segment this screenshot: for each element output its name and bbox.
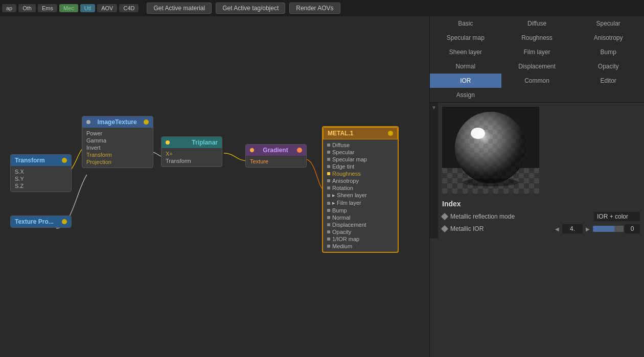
- tab-bump[interactable]: Bump: [572, 45, 644, 59]
- prop-arrow-left-ior[interactable]: ◀: [553, 225, 561, 233]
- tab-normal[interactable]: Normal: [430, 59, 501, 74]
- triplanar-title: Triplanar: [192, 139, 218, 146]
- image-texture-title: ImageTexture: [97, 118, 136, 126]
- tab-empty-1: [501, 88, 573, 102]
- metal-edge-tint-port: [327, 165, 330, 168]
- tab-film-layer[interactable]: Film layer: [501, 45, 573, 59]
- metal-node-header: METAL.1: [323, 127, 398, 139]
- triplanar-header: Triplanar: [162, 137, 222, 148]
- metal-bump-port: [327, 209, 330, 212]
- metal-diffuse: Diffuse: [327, 141, 394, 149]
- tab-opacity[interactable]: Opacity: [572, 59, 644, 74]
- tab-mec[interactable]: Mec: [59, 4, 78, 12]
- transform-node-body: S.X S.Y S.Z: [11, 166, 71, 192]
- render-aovs-button[interactable]: Render AOVs: [289, 3, 340, 14]
- metal-medium: Medium: [327, 243, 394, 250]
- prop-slider-ior[interactable]: [593, 226, 624, 232]
- tab-oth[interactable]: Oth: [18, 4, 36, 12]
- transform-node-title: Transform: [15, 157, 45, 164]
- prop-value-reflection-text[interactable]: IOR + color: [594, 212, 640, 221]
- image-texture-input-port: [86, 120, 90, 124]
- gradient-title: Gradient: [263, 147, 288, 154]
- svg-point-13: [471, 128, 485, 139]
- prop-arrow-right-ior[interactable]: ▶: [584, 225, 592, 233]
- get-active-tag-button[interactable]: Get Active tag/object: [216, 3, 285, 14]
- metal-roughness: Roughness: [327, 170, 394, 177]
- triplanar-body: X+ Transform: [162, 148, 222, 166]
- image-texture-output-port: [144, 120, 149, 125]
- properties-area: Index Metallic reflection mode IOR + col…: [438, 198, 644, 239]
- texture-pro-node-title: Texture Pro...: [15, 218, 54, 225]
- tab-c4d[interactable]: C4D: [119, 4, 139, 12]
- metal-sheen-port: [327, 194, 330, 197]
- tab-specular[interactable]: Specular: [572, 16, 644, 31]
- prop-row-ior: Metallic IOR ◀ 4. ▶ 0: [442, 224, 640, 233]
- triplanar-xplus-row: X+: [166, 150, 218, 157]
- metal-film-layer: ▸ Film layer: [327, 199, 394, 207]
- transform-row-sz: S.Z: [15, 182, 67, 189]
- tab-ems[interactable]: Ems: [38, 4, 57, 12]
- tab-ap[interactable]: ap: [2, 4, 16, 12]
- tab-roughness[interactable]: Roughness: [501, 31, 573, 45]
- transform-node[interactable]: Transform S.X S.Y S.Z: [10, 154, 72, 192]
- get-active-material-button[interactable]: Get Active material: [147, 3, 212, 14]
- tab-displacement[interactable]: Displacement: [501, 59, 573, 74]
- gradient-node[interactable]: Gradient Texture: [245, 144, 307, 168]
- toolbar: ap Oth Ems Mec Utl AOV C4D Get Active ma…: [0, 0, 644, 16]
- tab-aov[interactable]: AOV: [97, 4, 117, 12]
- it-transform-row: Transform: [86, 151, 149, 158]
- tab-basic[interactable]: Basic: [430, 16, 501, 31]
- metal-node-body: Diffuse Specular Specular map Edge tint …: [323, 139, 398, 252]
- panel-scroll-indicator[interactable]: ▼: [430, 103, 438, 239]
- metal-node[interactable]: METAL.1 Diffuse Specular Specular map: [322, 126, 399, 253]
- metal-displacement: Displacement: [327, 221, 394, 228]
- sphere-preview: [442, 107, 539, 194]
- metal-specular-map-port: [327, 158, 330, 161]
- it-invert-row: Invert: [86, 144, 149, 151]
- transform-node-header: Transform: [11, 155, 71, 166]
- prop-value-ior-text[interactable]: 4.: [562, 224, 583, 233]
- it-projection-row: Projection: [86, 158, 149, 165]
- svg-point-14: [463, 178, 519, 186]
- transform-output-port: [62, 158, 67, 163]
- metal-normal-port: [327, 216, 330, 219]
- right-panel: Basic Diffuse Specular Specular map Roug…: [429, 16, 644, 357]
- tab-anisotropy[interactable]: Anisotropy: [572, 31, 644, 45]
- sphere-svg: [442, 107, 539, 194]
- texture-pro-node-header: Texture Pro...: [11, 216, 71, 227]
- tab-utl[interactable]: Utl: [80, 4, 95, 12]
- image-texture-node[interactable]: ImageTexture Power Gamma Invert Transfor…: [82, 116, 153, 168]
- transform-row-sy: S.Y: [15, 175, 67, 182]
- metal-output-dot: [388, 131, 393, 136]
- image-texture-header: ImageTexture: [82, 116, 153, 128]
- prop-row-reflection-mode: Metallic reflection mode IOR + color: [442, 212, 640, 221]
- tab-common[interactable]: Common: [501, 74, 573, 88]
- triplanar-node[interactable]: Triplanar X+ Transform: [161, 136, 222, 167]
- tab-sheen-layer[interactable]: Sheen layer: [430, 45, 501, 59]
- metal-displacement-port: [327, 223, 330, 226]
- metal-opacity-port: [327, 230, 330, 233]
- prop-diamond-reflection[interactable]: [441, 213, 448, 220]
- metal-medium-port: [327, 245, 330, 248]
- metal-roughness-port: [327, 172, 330, 175]
- metal-bump: Bump: [327, 207, 394, 214]
- metal-ior-map-port: [327, 237, 330, 241]
- metal-ior-map: 1/IOR map: [327, 235, 394, 243]
- preview-container: [438, 103, 644, 198]
- triplanar-input-port: [166, 140, 170, 145]
- tab-editor[interactable]: Editor: [572, 74, 644, 88]
- svg-point-12: [455, 112, 526, 183]
- gradient-header: Gradient: [246, 145, 306, 156]
- prop-num-ior: 0: [625, 224, 640, 233]
- it-power-row: Power: [86, 130, 149, 137]
- metal-anisotropy: Anisotropy: [327, 177, 394, 184]
- tab-diffuse[interactable]: Diffuse: [501, 16, 573, 31]
- tab-assign[interactable]: Assign: [430, 88, 501, 102]
- tab-empty-2: [572, 88, 644, 102]
- texture-pro-node[interactable]: Texture Pro...: [10, 216, 72, 228]
- tab-specular-map[interactable]: Specular map: [430, 31, 501, 45]
- node-editor[interactable]: Transform S.X S.Y S.Z Texture Pro...: [0, 16, 429, 357]
- tab-ior[interactable]: IOR: [430, 74, 501, 88]
- prop-diamond-ior[interactable]: [441, 225, 448, 232]
- it-gamma-row: Gamma: [86, 137, 149, 144]
